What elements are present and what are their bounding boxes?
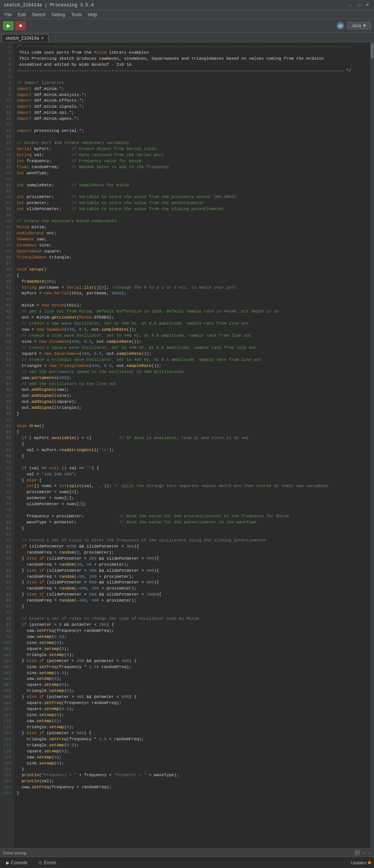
code-line: } else if (slidePotmeter > 400 && slideP… <box>17 568 159 573</box>
code-line: } <box>17 454 24 458</box>
code-line: // import libraries <box>17 80 64 85</box>
code-line: int proximeter; // Variable to store the… <box>17 195 236 199</box>
code-line: square.setAmp(0); <box>17 647 69 651</box>
menu-help[interactable]: Help <box>85 11 100 18</box>
code-line: randomFreq = random(-400, 400 + proximet… <box>17 598 137 603</box>
console-tab[interactable]: ▶ Console <box>3 859 31 867</box>
code-line: randomFreq = random(-50, 100 + proximete… <box>17 574 134 579</box>
close-button[interactable]: ✕ <box>364 2 370 8</box>
code-line: SquareWave square; <box>17 249 62 254</box>
minimize-button[interactable]: − <box>348 2 354 8</box>
code-line: if ( myPort.available() > 0) // If data … <box>17 436 249 440</box>
code-line: } else if (slidePotmeter > 800 && slideP… <box>17 592 161 597</box>
code-line: triangle = new TriangleWave(440, 0.5, ou… <box>17 364 161 368</box>
code-line: sine.setAmp(0); <box>17 641 64 645</box>
toolbar: ▶ ■ dd Java ▼ <box>0 19 374 32</box>
code-line: } else if (potmeter > 200 && potmeter < … <box>17 659 137 663</box>
code-line: This code uses parts from the Minim libr… <box>17 50 149 55</box>
bottom-bar: ▶ Console ⚠ Errors Updates <box>0 857 374 868</box>
svg-rect-5 <box>356 853 358 854</box>
code-line: SawWave saw; <box>17 237 47 241</box>
svg-rect-3 <box>356 852 359 852</box>
errors-tab[interactable]: ⚠ Errors <box>35 859 59 867</box>
code-line: void draw() <box>17 424 44 428</box>
scrollbar[interactable] <box>370 42 374 848</box>
code-line: /* -------------------------------------… <box>17 44 351 49</box>
code-line: import processing.serial.*; <box>17 128 84 133</box>
menu-tools[interactable]: Tools <box>68 11 85 18</box>
code-line: saw.setFreq(frequency + randomFreq); <box>17 785 112 789</box>
run-button[interactable]: ▶ <box>3 21 14 30</box>
code-line: { <box>17 273 19 278</box>
code-line: Minim minim; <box>17 225 47 229</box>
code-line: int waveType; <box>17 171 49 175</box>
code-line: if (slidePotmeter >200 && slidePotmeter … <box>17 544 139 549</box>
code-line: ----------------------------------------… <box>17 68 351 73</box>
menu-edit[interactable]: Edit <box>15 11 29 18</box>
code-line: // Create a set of rules to alter the fr… <box>17 538 266 543</box>
code-line: randomFreq = random(20, 40 + proximeter)… <box>17 562 129 567</box>
code-line: SineWave sine; <box>17 243 51 248</box>
code-line: waveType = potmeter; // Bind the value f… <box>17 520 256 525</box>
tab-dropdown-icon[interactable]: ▼ <box>41 36 44 40</box>
menu-debug[interactable]: Debug <box>49 11 68 18</box>
code-line: } <box>17 604 24 609</box>
code-line: triangle.setAmp(0); <box>17 653 74 657</box>
menu-file[interactable]: File <box>2 11 15 18</box>
active-tab[interactable]: sketch_210414a ▼ <box>2 34 48 42</box>
menu-sketch[interactable]: Sketch <box>29 11 49 18</box>
code-line: sine.setAmp(0); <box>17 713 64 717</box>
svg-rect-4 <box>356 853 359 853</box>
code-line: int potmeter; // Variable to store the v… <box>17 201 204 205</box>
code-line: proximeter = nums[0]; <box>17 490 79 494</box>
code-line: // Create the necessary minim components <box>17 219 116 223</box>
code-line: out.addSignal(triangle); <box>17 405 82 410</box>
code-line: int[] nums = int(split(val, ',')); // Sp… <box>17 484 329 488</box>
code-line: saw.setAmp(0); <box>17 719 62 723</box>
code-line: slidePotmeter = nums[2]; <box>17 502 87 506</box>
code-line: // Select port and create necessary vari… <box>17 141 129 145</box>
code-line: println(val); <box>17 779 54 783</box>
maximize-button[interactable]: □ <box>356 2 362 8</box>
code-line: // create a triangle wave Oscillator, se… <box>17 357 261 362</box>
code-line: square = new SquareWave(440, 0.5, out.sa… <box>17 351 152 356</box>
code-line: void setup() <box>17 267 47 272</box>
code-line: square.setAmp(0.5); <box>17 707 74 711</box>
code-line: AudioOutput out; <box>17 231 57 235</box>
code-line: sine = new SineWave(440, 0.5, out.sample… <box>17 339 141 344</box>
code-line: String val; // Data received from the se… <box>17 153 164 157</box>
code-line: saw.portamento(200); <box>17 376 71 380</box>
tab-name: sketch_210414a <box>6 36 39 41</box>
java-dropdown[interactable]: Java ▼ <box>347 22 371 29</box>
code-line: { <box>17 430 19 434</box>
svg-text:dd: dd <box>338 24 343 28</box>
code-line: out = minim.getLineOut(Minim.STEREO); <box>17 315 114 320</box>
code-line: println("Frequency = " + frequency + "Po… <box>17 773 179 777</box>
title-text: sketch_210414a | Processing 3.5.4 <box>4 3 94 8</box>
menu-bar: File Edit Sketch Debug Tools Help <box>0 11 374 19</box>
console-label: Console <box>11 860 28 865</box>
status-text: Done saving. <box>3 851 27 855</box>
processing-icon: dd <box>335 20 346 31</box>
title-bar: sketch_210414a | Processing 3.5.4 − □ ✕ <box>0 0 374 11</box>
code-line: frameRate(60); <box>17 279 57 284</box>
code-line: } <box>17 412 19 416</box>
code-line: int sampleRate; // sampleRate for minim <box>17 183 129 187</box>
updates-dot <box>368 861 371 864</box>
code-area[interactable]: /* -------------------------------------… <box>14 42 370 848</box>
editor-container: 1 2 3 4 5 6 7 8 9 10 11 12 13 14 15 16 1… <box>0 42 374 848</box>
code-line: potmeter = nums[1]; <box>17 496 74 500</box>
scrollbar-thumb[interactable] <box>371 43 374 58</box>
code-line: saw.setAmp(0); <box>17 676 62 681</box>
stop-button[interactable]: ■ <box>15 21 26 30</box>
code-line: // Create a set of rules to change the t… <box>17 616 199 621</box>
cursor-position: < <box>363 851 365 855</box>
code-line: saw.setFreq(frequency+ randomFreq); <box>17 628 114 633</box>
code-line: saw.setAmp(0); <box>17 755 62 760</box>
code-line: saw.setAmp(0.5); <box>17 634 67 639</box>
code-line: { <box>17 442 24 446</box>
updates-badge[interactable]: Updates <box>351 860 371 865</box>
code-line: randomFreq = random(-200, 200 + proximet… <box>17 586 137 591</box>
updates-label: Updates <box>351 860 366 865</box>
code-line: import ddf.minim.ugens.*; <box>17 116 79 121</box>
